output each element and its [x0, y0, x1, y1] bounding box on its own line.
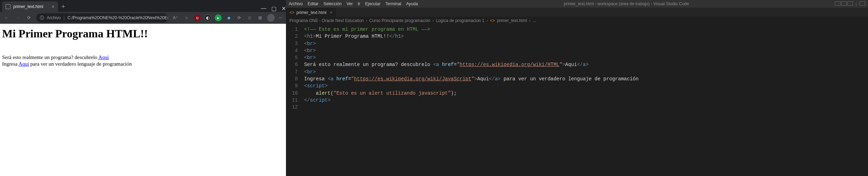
extension-icon[interactable]: ⟳ — [236, 14, 243, 21]
breadcrumb-item[interactable]: primer_text.html — [497, 18, 527, 23]
collections-icon[interactable]: ⊞ — [257, 14, 264, 21]
browser-tabbar: primer_text.html × + — ▢ ✕ — [0, 0, 286, 12]
vscode-window: Archivo Editar Selección Ver Ir Ejecutar… — [286, 0, 868, 176]
forward-button[interactable]: → — [14, 14, 22, 22]
html-file-icon: <> — [490, 18, 495, 23]
text: Será esto realmente un programa? descubr… — [2, 54, 98, 60]
layout-button[interactable] — [841, 1, 847, 6]
breadcrumb-item[interactable]: ... — [532, 18, 536, 23]
breadcrumb-item[interactable]: Curso Principiante programación — [369, 18, 431, 23]
menu-item[interactable]: Archivo — [289, 1, 303, 6]
favorite-icon[interactable]: ☆ — [183, 14, 190, 22]
menu-item[interactable]: Ayuda — [406, 1, 418, 6]
link-aqui-2[interactable]: Aqui — [19, 61, 29, 67]
page-line-1: Será esto realmente un programa? descubr… — [2, 54, 284, 61]
close-tab-icon[interactable]: × — [330, 10, 332, 15]
profile-avatar[interactable] — [267, 14, 275, 22]
vscode-layout-controls: | — [835, 1, 865, 6]
editor-tab-label: primer_text.html — [296, 10, 326, 15]
menu-item[interactable]: Terminal — [385, 1, 401, 6]
close-window-button[interactable]: ✕ — [281, 5, 286, 12]
info-icon: ⓘ — [40, 15, 44, 21]
tab-title: primer_text.html — [13, 4, 43, 9]
extension-icons: u ◐ ▸ ◆ ⟳ ✩ ⊞ ⋯ — [194, 14, 283, 22]
refresh-button[interactable]: ⟳ — [25, 14, 33, 22]
layout-button[interactable] — [847, 1, 853, 6]
code-content[interactable]: <!—— Este es mi primer programa en HTML … — [302, 24, 868, 176]
link-aqui-1[interactable]: Aqui — [98, 54, 109, 60]
browser-window: primer_text.html × + — ▢ ✕ ← → ⟳ ⓘ Archi… — [0, 0, 286, 176]
menu-item[interactable]: Ejecutar — [365, 1, 381, 6]
text: para ver un verdadero lenguaje de progra… — [29, 61, 132, 67]
extension-icon[interactable]: ▸ — [215, 14, 222, 21]
editor-area[interactable]: 1 2 3 4 5 6 7 8 9 10 11 12 <!—— Este es … — [286, 24, 868, 176]
minimize-button[interactable]: — — [261, 5, 266, 12]
browser-tab[interactable]: primer_text.html × — [2, 1, 58, 12]
addr-sep: | — [64, 15, 65, 20]
vscode-menu: Archivo Editar Selección Ver Ir Ejecutar… — [289, 1, 418, 6]
browser-toolbar: ← → ⟳ ⓘ Archivo | C:/Programa%20ONE%20-%… — [0, 12, 286, 24]
new-tab-button[interactable]: + — [58, 2, 69, 12]
layout-button[interactable] — [860, 1, 865, 6]
layout-button[interactable] — [835, 1, 840, 6]
close-tab-icon[interactable]: × — [52, 4, 54, 9]
breadcrumb-item[interactable]: Logica de programacion 1 — [436, 18, 485, 23]
editor-tab[interactable]: <> primer_text.html × — [286, 8, 336, 17]
extension-icon[interactable]: ◆ — [225, 14, 232, 21]
menu-item[interactable]: Ver — [346, 1, 353, 6]
read-aloud-icon[interactable]: A⁺ — [171, 14, 179, 22]
page-line-2: Ingresa Aqui para ver un verdadero lengu… — [2, 61, 284, 67]
address-bar[interactable]: ⓘ Archivo | C:/Programa%20ONE%20-%20Orac… — [36, 13, 168, 22]
page-heading: Mi Primer Programa HTML!! — [2, 27, 284, 40]
line-gutter: 1 2 3 4 5 6 7 8 9 10 11 12 — [286, 24, 302, 176]
addr-path: C:/Programa%20ONE%20-%20Oracle%20Next%20… — [67, 15, 168, 20]
menu-item[interactable]: Selección — [323, 1, 341, 6]
vscode-window-title: primer_text.html - workspace (área de tr… — [564, 1, 689, 6]
breadcrumb-item[interactable]: Programa ONE - Oracle Next Education — [289, 18, 364, 23]
breadcrumb[interactable]: Programa ONE - Oracle Next Education› Cu… — [286, 17, 868, 24]
maximize-button[interactable]: ▢ — [271, 5, 277, 12]
text: Ingresa — [2, 61, 19, 67]
extension-icon[interactable]: ◐ — [204, 14, 211, 21]
browser-viewport: Mi Primer Programa HTML!! Será esto real… — [0, 24, 286, 176]
menu-item[interactable]: Ir — [358, 1, 360, 6]
menu-item[interactable]: Editar — [308, 1, 318, 6]
favorites-icon[interactable]: ✩ — [246, 14, 253, 21]
extension-icon[interactable]: u — [194, 14, 201, 21]
browser-window-controls: — ▢ ✕ — [261, 5, 286, 12]
page-icon — [6, 4, 10, 9]
vscode-tabbar: <> primer_text.html × — [286, 8, 868, 17]
back-button[interactable]: ← — [3, 14, 10, 22]
more-menu-button[interactable]: ⋯ — [278, 15, 283, 20]
vscode-titlebar: Archivo Editar Selección Ver Ir Ejecutar… — [286, 0, 868, 8]
addr-scheme: Archivo — [47, 15, 61, 20]
html-file-icon: <> — [289, 10, 294, 15]
